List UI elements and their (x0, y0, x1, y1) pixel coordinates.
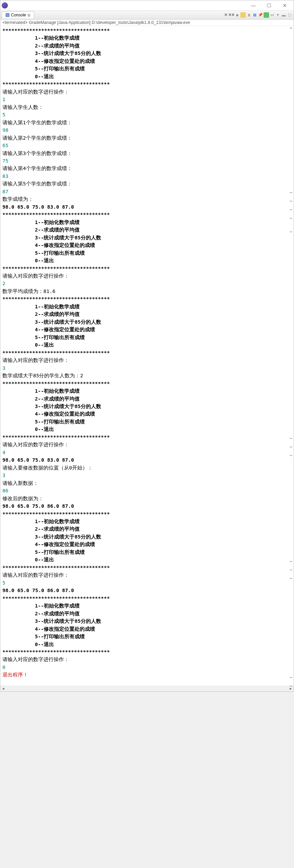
mark-caret: ^ (290, 27, 292, 32)
scroll-lock-icon[interactable]: ⏸ (246, 12, 252, 18)
out-line: 3--统计成绩大于85分的人数 (2, 234, 292, 241)
display-icon[interactable] (264, 12, 269, 18)
mark-tilde: ~ (290, 229, 292, 234)
mark-tilde: ~ (290, 567, 292, 572)
mark-tilde: ~ (290, 444, 292, 449)
console-icon (5, 13, 10, 17)
out-line: 请输入第4个学生的数学成绩： (2, 165, 292, 172)
out-line: 2--求成绩的平均值 (2, 226, 292, 234)
out-line: 请输入新数据： (2, 479, 292, 487)
out-line: ************************************ (2, 27, 292, 34)
in-line: 4 (2, 449, 292, 456)
in-line: 1 (2, 96, 292, 103)
eclipse-icon (2, 2, 8, 9)
out-line: 2--求成绩的平均值 (2, 525, 292, 533)
out-line: 0--退出 (2, 257, 292, 264)
in-line: 5 (2, 579, 292, 587)
out-line: ************************************ (2, 380, 292, 387)
out-line: 98.0 65.0 75.0 83.0 87.0 (2, 203, 292, 211)
out-line: 1--初始化数学成绩 (2, 387, 292, 395)
remove-launch-icon[interactable]: ✖ (223, 12, 228, 18)
mark-tilde: ~ (290, 190, 292, 195)
out-line: 请输入第2个学生的数学成绩： (2, 134, 292, 142)
in-line: 3 (2, 472, 292, 479)
out-line: 请输入对应的数字进行操作： (2, 88, 292, 96)
pin-icon[interactable]: 📌 (258, 12, 263, 18)
remove-all-icon[interactable]: ✖✖ (229, 12, 234, 18)
out-line: 请输入对应的数字进行操作： (2, 272, 292, 280)
min-view-icon[interactable]: ▬ (281, 12, 286, 18)
horizontal-scrollbar[interactable]: ◄ ► (0, 686, 294, 691)
mark-tilde: ~ (290, 198, 292, 204)
tab-label: Console (11, 13, 26, 17)
out-line: 数学平均成绩为：81.6 (2, 288, 292, 295)
launch-path: <terminated> GradeManage [Java Applicati… (0, 19, 294, 26)
out-line: 请输入要修改数据的位置（从0开始）： (2, 464, 292, 472)
out-line: 0--退出 (2, 641, 292, 648)
console-output[interactable]: ^ ~ ~ ~ ~ ~ ~ ~ ~ ~ ~ ~ ~ ~ ~ ~ ~ ******… (0, 26, 294, 686)
out-line: 4--修改指定位置处的成绩 (2, 241, 292, 249)
out-line: 4--修改指定位置处的成绩 (2, 326, 292, 333)
err-line: 退出程序！ (2, 671, 292, 678)
minimize-button[interactable]: — (249, 2, 258, 9)
out-line: 3--统计成绩大于85分的人数 (2, 50, 292, 57)
in-line: 75 (2, 157, 292, 165)
out-line: 请输入对应的数字进行操作： (2, 571, 292, 579)
out-line: 98.0 65.0 75.0 83.0 87.0 (2, 456, 292, 464)
out-line: 请输入对应的数字进行操作： (2, 356, 292, 364)
in-line: 3 (2, 364, 292, 372)
dropdown-icon[interactable]: ▾ (275, 12, 281, 18)
mark-tilde: ~ (290, 576, 292, 581)
in-line: 0 (2, 663, 292, 671)
maximize-button[interactable]: ☐ (264, 2, 274, 9)
open-console-icon[interactable]: ▭ (269, 12, 275, 18)
out-line: 0--退出 (2, 425, 292, 433)
out-line: ************************************ (2, 648, 292, 656)
out-line: 3--统计成绩大于85分的人数 (2, 617, 292, 625)
mark-tilde: ~ (290, 675, 292, 680)
ide-window: — ☐ ✕ Console ⊠ ✖ ✖✖ ■ ⏸ ▦ 📌 ▭ ▾ ▬ ▢ <te… (0, 0, 294, 692)
out-line: 0--退出 (2, 556, 292, 563)
out-line: ************************************ (2, 510, 292, 518)
close-button[interactable]: ✕ (280, 2, 290, 9)
tab-x-icon: ⊠ (27, 13, 30, 17)
console-toolbar: ✖ ✖✖ ■ ⏸ ▦ 📌 ▭ ▾ ▬ ▢ (223, 12, 292, 18)
titlebar: — ☐ ✕ (0, 0, 294, 11)
out-line: 98.0 65.0 75.0 86.0 87.0 (2, 502, 292, 510)
out-line: 请输入对应的数字进行操作： (2, 656, 292, 663)
out-line: 1--初始化数学成绩 (2, 602, 292, 610)
out-line: 2--求成绩的平均值 (2, 610, 292, 617)
in-line: 83 (2, 172, 292, 180)
show-when-icon[interactable]: ▦ (252, 12, 257, 18)
out-line: 请输入学生人数： (2, 103, 292, 111)
clear-icon[interactable] (240, 12, 246, 18)
out-line: 5--打印输出所有成绩 (2, 548, 292, 556)
out-line: 3--统计成绩大于85分的人数 (2, 533, 292, 541)
out-line: 4--修改指定位置处的成绩 (2, 410, 292, 418)
out-line: ************************************ (2, 80, 292, 88)
in-line: 98 (2, 126, 292, 134)
scroll-left-icon[interactable]: ◄ (0, 686, 6, 691)
out-line: 修改后的数据为： (2, 495, 292, 502)
max-view-icon[interactable]: ▢ (287, 12, 292, 18)
out-line: 5--打印输出所有成绩 (2, 633, 292, 640)
out-line: ************************************ (2, 349, 292, 356)
out-line: 5--打印输出所有成绩 (2, 334, 292, 341)
out-line: 请输入第3个学生的数学成绩： (2, 150, 292, 157)
out-line: 1--初始化数学成绩 (2, 34, 292, 42)
out-line: 2--求成绩的平均值 (2, 310, 292, 318)
out-line: ************************************ (2, 564, 292, 571)
out-line: 请输入第5个学生的数学成绩： (2, 180, 292, 187)
out-line: 请输入对应的数字进行操作： (2, 441, 292, 448)
out-line: 5--打印输出所有成绩 (2, 65, 292, 72)
out-line: ************************************ (2, 295, 292, 303)
out-line: ************************************ (2, 594, 292, 602)
terminate-icon[interactable]: ■ (235, 12, 240, 18)
scroll-track[interactable] (6, 686, 288, 691)
out-line: 0--退出 (2, 341, 292, 349)
in-line: 5 (2, 111, 292, 118)
console-tab[interactable]: Console ⊠ (2, 11, 34, 18)
out-line: 1--初始化数学成绩 (2, 219, 292, 226)
mark-tilde: ~ (290, 683, 292, 688)
out-line: 4--修改指定位置处的成绩 (2, 625, 292, 633)
